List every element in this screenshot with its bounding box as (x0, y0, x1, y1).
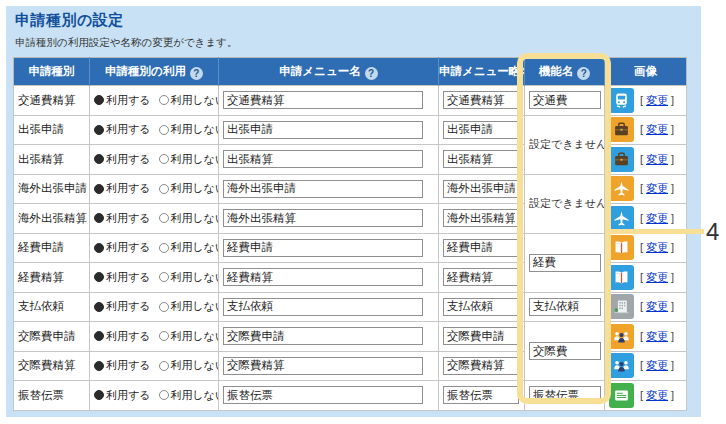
function-name-input[interactable] (529, 342, 601, 360)
radio-dot[interactable] (159, 213, 169, 223)
radio-label: 利用する (106, 181, 151, 196)
menu-name-input[interactable] (223, 357, 423, 375)
change-link[interactable]: 変更 (646, 123, 668, 135)
menu-name-input[interactable] (223, 180, 423, 198)
change-link[interactable]: 変更 (646, 241, 668, 253)
function-name-disabled-cell: 設定できません (525, 115, 605, 174)
application-type-label: 経費精算 (14, 263, 90, 293)
radio-dot[interactable] (159, 125, 169, 135)
not-use-radio[interactable]: 利用しない (159, 299, 219, 314)
change-link[interactable]: 変更 (646, 182, 668, 194)
radio-dot[interactable] (159, 302, 169, 312)
radio-label: 利用する (106, 93, 151, 108)
menu-short-name-input[interactable] (443, 327, 519, 345)
menu-name-input[interactable] (223, 386, 423, 404)
menu-short-name-input[interactable] (443, 150, 519, 168)
table-row: 海外出張申請利用する利用しない設定できません[変更] (14, 174, 687, 204)
menu-short-name-input[interactable] (443, 91, 519, 109)
use-radio[interactable]: 利用する (94, 240, 151, 255)
radio-dot[interactable] (159, 154, 169, 164)
function-name-input[interactable] (529, 254, 601, 272)
use-radio[interactable]: 利用する (94, 358, 151, 373)
radio-dot[interactable] (94, 302, 104, 312)
not-use-radio[interactable]: 利用しない (159, 358, 219, 373)
radio-dot[interactable] (94, 243, 104, 253)
menu-name-input[interactable] (223, 121, 423, 139)
radio-dot[interactable] (94, 272, 104, 282)
menu-name-input[interactable] (223, 268, 423, 286)
use-radio[interactable]: 利用する (94, 122, 151, 137)
radio-label: 利用する (106, 299, 151, 314)
use-radio[interactable]: 利用する (94, 211, 151, 226)
function-name-cell (525, 322, 605, 381)
radio-dot[interactable] (94, 390, 104, 400)
help-icon[interactable]: ? (190, 67, 203, 80)
not-use-radio[interactable]: 利用しない (159, 181, 219, 196)
menu-short-name-input[interactable] (443, 180, 519, 198)
use-radio[interactable]: 利用する (94, 299, 151, 314)
menu-name-input[interactable] (223, 239, 423, 257)
radio-dot[interactable] (159, 331, 169, 341)
radio-label: 利用しない (171, 329, 219, 344)
menu-short-name-input[interactable] (443, 239, 519, 257)
use-radio[interactable]: 利用する (94, 152, 151, 167)
image-cell: [変更] (605, 86, 687, 116)
radio-dot[interactable] (94, 331, 104, 341)
radio-dot[interactable] (159, 361, 169, 371)
menu-short-name-input[interactable] (443, 209, 519, 227)
function-name-input[interactable] (529, 298, 601, 316)
change-link[interactable]: 変更 (646, 153, 668, 165)
menu-name-input[interactable] (223, 91, 423, 109)
use-radio[interactable]: 利用する (94, 93, 151, 108)
use-radio[interactable]: 利用する (94, 329, 151, 344)
radio-dot[interactable] (94, 154, 104, 164)
radio-dot[interactable] (94, 95, 104, 105)
change-link[interactable]: 変更 (646, 94, 668, 106)
column-header-4: 機能名? (525, 58, 605, 86)
use-radio[interactable]: 利用する (94, 181, 151, 196)
use-radio[interactable]: 利用する (94, 270, 151, 285)
not-use-radio[interactable]: 利用しない (159, 211, 219, 226)
radio-dot[interactable] (94, 213, 104, 223)
function-name-input[interactable] (529, 386, 601, 404)
help-icon[interactable]: ? (365, 67, 378, 80)
not-use-radio[interactable]: 利用しない (159, 152, 219, 167)
change-link[interactable]: 変更 (646, 300, 668, 312)
not-use-radio[interactable]: 利用しない (159, 329, 219, 344)
not-use-radio[interactable]: 利用しない (159, 93, 219, 108)
use-radio[interactable]: 利用する (94, 388, 151, 403)
menu-name-input[interactable] (223, 327, 423, 345)
menu-short-name-input[interactable] (443, 121, 519, 139)
change-link[interactable]: 変更 (646, 271, 668, 283)
radio-label: 利用しない (171, 358, 219, 373)
radio-dot[interactable] (159, 243, 169, 253)
help-icon[interactable]: ? (577, 67, 590, 80)
radio-dot[interactable] (94, 361, 104, 371)
radio-dot[interactable] (94, 184, 104, 194)
settings-panel: 申請種別の設定 申請種別の利用設定や名称の変更ができます。 申請種別申請種別の利… (6, 6, 701, 417)
radio-dot[interactable] (159, 95, 169, 105)
function-name-input[interactable] (529, 91, 601, 109)
menu-short-name-input[interactable] (443, 357, 519, 375)
menu-name-input[interactable] (223, 298, 423, 316)
menu-name-cell (219, 174, 439, 204)
not-use-radio[interactable]: 利用しない (159, 388, 219, 403)
change-link[interactable]: 変更 (646, 330, 668, 342)
menu-name-input[interactable] (223, 209, 423, 227)
change-link[interactable]: 変更 (646, 359, 668, 371)
menu-short-name-input[interactable] (443, 298, 519, 316)
menu-short-name-input[interactable] (443, 268, 519, 286)
radio-dot[interactable] (159, 272, 169, 282)
change-link-wrap: [変更] (640, 211, 674, 226)
radio-dot[interactable] (159, 390, 169, 400)
menu-name-input[interactable] (223, 150, 423, 168)
radio-dot[interactable] (94, 125, 104, 135)
not-use-radio[interactable]: 利用しない (159, 270, 219, 285)
radio-dot[interactable] (159, 184, 169, 194)
change-link[interactable]: 変更 (646, 389, 668, 401)
not-use-radio[interactable]: 利用しない (159, 122, 219, 137)
change-link[interactable]: 変更 (646, 212, 668, 224)
menu-short-name-input[interactable] (443, 386, 519, 404)
not-use-radio[interactable]: 利用しない (159, 240, 219, 255)
radio-label: 利用しない (171, 152, 219, 167)
